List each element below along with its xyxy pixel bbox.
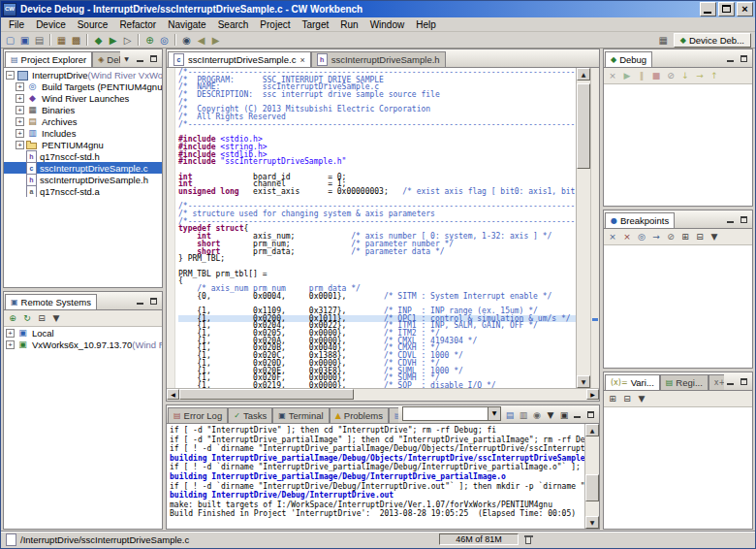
view-menu-icon[interactable]: ▼ — [49, 311, 63, 324]
menu-source[interactable]: Source — [72, 18, 114, 31]
scroll-down-arrow[interactable]: ▼ — [585, 516, 599, 529]
tree-item-build-targets[interactable]: +Build Targets (PENTIUM4gnu - debug) — [4, 81, 162, 92]
tree-item-q17nsccf-std-a[interactable]: aq17nsccf-std.a — [4, 185, 162, 197]
tree-item-interruptdrive-project[interactable]: −InterruptDrive (Wind River VxWorks 6.8 … — [4, 69, 162, 81]
print-icon[interactable]: ▤ — [32, 33, 47, 47]
show-breakpoints-for-icon[interactable]: ◎ — [635, 231, 648, 243]
view-menu-icon[interactable]: ▼ — [708, 231, 721, 243]
console-output[interactable]: if [ -d "InterruptDrive" ]; then cd "Int… — [167, 424, 584, 529]
clear-console-icon[interactable]: ▤ — [503, 408, 517, 421]
console-tab-properties[interactable]: ▤Properties — [389, 407, 398, 423]
forward-icon[interactable]: ▶ — [208, 33, 223, 47]
console-tab-error-log[interactable]: ▤Error Log — [168, 407, 228, 423]
menu-refactor[interactable]: Refactor — [113, 18, 162, 31]
editor-tab-sscinterruptdrivesample-c[interactable]: csscInterruptDriveSample.c× — [168, 51, 311, 67]
view-tab-project-explorer[interactable]: ▤Project Explorer — [5, 51, 92, 67]
view-menu-icon[interactable]: ▼ — [635, 392, 648, 404]
view-tab-expr[interactable]: x+yExpr — [709, 374, 724, 390]
view-tab-vari-[interactable]: (x)=Vari... — [605, 374, 660, 390]
maximize-view-button[interactable] — [584, 409, 597, 421]
minimize-view-button[interactable] — [134, 296, 146, 307]
target-manager-icon[interactable]: ◎ — [157, 33, 172, 47]
save-icon[interactable]: ▣ — [17, 33, 32, 47]
open-console-icon[interactable]: ▣ — [557, 408, 571, 421]
maximize-view-button[interactable] — [147, 53, 160, 65]
minimize-view-button[interactable] — [724, 53, 737, 65]
view-menu-icon[interactable] — [120, 53, 133, 65]
remove-breakpoint-icon[interactable]: × — [606, 231, 619, 243]
skip-all-breakpoints-icon[interactable]: ⊘ — [664, 231, 677, 243]
tree-expander[interactable]: + — [16, 117, 24, 126]
window-close-button[interactable] — [737, 2, 753, 16]
terminate-icon[interactable]: ■ — [649, 70, 663, 82]
build-icon[interactable]: ▦ — [54, 33, 69, 47]
minimize-view-button[interactable] — [134, 53, 146, 65]
menu-target[interactable]: Target — [296, 18, 334, 31]
back-icon[interactable]: ◀ — [194, 33, 208, 47]
disconnect-icon[interactable]: ⊘ — [664, 70, 677, 82]
maximize-view-button[interactable] — [738, 376, 750, 388]
tree-item-local[interactable]: +Local — [4, 328, 162, 339]
console-vscrollbar[interactable]: ▲ ▼ — [584, 424, 599, 529]
view-tab-breakpoints[interactable]: ●Breakpoints — [605, 212, 675, 228]
suspend-icon[interactable]: ‖ — [635, 70, 648, 82]
tree-expander[interactable]: − — [6, 71, 15, 80]
console-tab-problems[interactable]: ▲Problems — [330, 407, 389, 423]
define-connection-icon[interactable]: ⊕ — [6, 311, 19, 324]
tree-item-includes[interactable]: +Includes — [4, 127, 162, 139]
remove-all-terminated-icon[interactable]: × — [606, 70, 619, 82]
maximize-view-button[interactable] — [147, 296, 160, 307]
maximize-view-button[interactable] — [738, 214, 750, 226]
search-icon[interactable]: ◉ — [179, 33, 194, 47]
maximize-view-button[interactable] — [738, 53, 750, 65]
new-icon[interactable]: ▢ — [3, 33, 17, 47]
view-tab-regi-[interactable]: ▤Regi... — [660, 374, 709, 390]
menu-run[interactable]: Run — [334, 18, 363, 31]
debug-icon[interactable]: ◆ — [91, 33, 106, 47]
scroll-down-arrow[interactable]: ▼ — [577, 375, 590, 388]
code-content[interactable]: /*--------------------------------------… — [175, 68, 576, 388]
editor-vscrollbar[interactable]: ▲ ▼ — [576, 68, 590, 388]
menu-navigate[interactable]: Navigate — [162, 18, 211, 31]
tree-item-sscinterruptdrivesample-c[interactable]: csscInterruptDriveSample.c — [4, 162, 162, 174]
display-selected-console-icon[interactable]: ▼ — [544, 408, 557, 421]
minimize-view-button[interactable] — [724, 214, 737, 226]
tree-expander[interactable]: + — [16, 82, 24, 91]
scrollbar-thumb[interactable] — [179, 389, 354, 400]
view-tab-remote-systems[interactable]: ▣Remote Systems — [5, 294, 97, 309]
overview-marker[interactable] — [592, 318, 598, 321]
window-minimize-button[interactable] — [700, 2, 716, 16]
expand-all-icon[interactable]: ⊞ — [678, 231, 692, 243]
tree-item-binaries[interactable]: +Binaries — [4, 104, 162, 115]
menu-file[interactable]: File — [3, 18, 30, 31]
collapse-all-icon[interactable]: ⊟ — [693, 231, 707, 243]
go-to-file-icon[interactable]: → — [649, 231, 663, 243]
scroll-right-arrow[interactable]: ▶ — [586, 389, 599, 400]
device-debug-perspective-button[interactable]: ◆ Device Deb... — [674, 33, 751, 48]
window-maximize-button[interactable] — [718, 2, 735, 16]
pin-console-icon[interactable]: ◉ — [530, 408, 544, 421]
menu-project[interactable]: Project — [254, 18, 296, 31]
resume-icon[interactable]: ▶ — [620, 70, 634, 82]
tree-expander[interactable]: + — [16, 141, 24, 149]
tree-item-archives[interactable]: +Archives — [4, 115, 162, 127]
menu-window[interactable]: Window — [364, 18, 411, 31]
scrollbar-thumb[interactable] — [585, 474, 599, 501]
step-over-icon[interactable]: → — [693, 70, 707, 82]
console-tab-terminal[interactable]: ▣Terminal — [272, 407, 329, 423]
console-tab-tasks[interactable]: ✓Tasks — [228, 407, 272, 423]
tree-expander[interactable]: + — [16, 129, 24, 138]
step-into-icon[interactable]: ↓ — [678, 70, 692, 82]
tree-expander[interactable]: + — [16, 106, 24, 114]
minimize-view-button[interactable] — [571, 409, 583, 421]
collapse-all-icon[interactable]: ⊟ — [35, 311, 48, 324]
view-tab-debug[interactable]: ◆Debug — [605, 51, 652, 67]
scroll-up-arrow[interactable]: ▲ — [585, 424, 599, 436]
tree-item-q17nsccf-std-h[interactable]: hq17nsccf-std.h — [4, 150, 162, 162]
tree-expander[interactable]: + — [16, 94, 24, 103]
perspective-switcher-icon[interactable]: ▦ — [656, 33, 671, 47]
editor-hscrollbar[interactable]: ◀ ▶ — [167, 388, 599, 401]
show-type-names-icon[interactable]: ⊞ — [606, 392, 619, 404]
scroll-left-arrow[interactable]: ◀ — [167, 389, 179, 400]
tree-item-sscinterruptdrivesample-h[interactable]: hsscInterruptDriveSample.h — [4, 174, 162, 185]
